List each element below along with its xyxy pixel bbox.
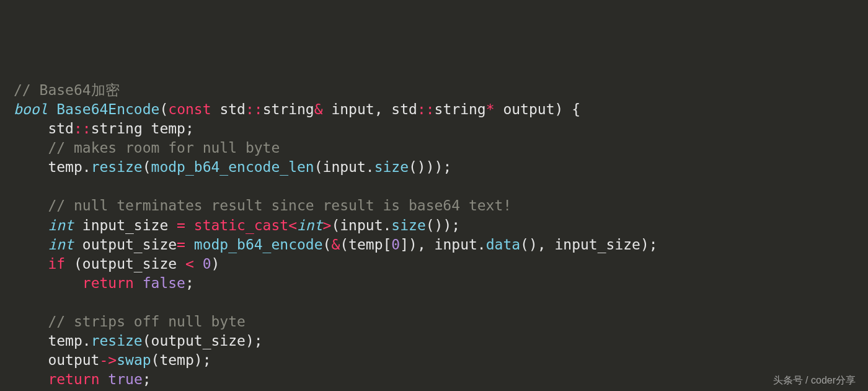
code-token-ident: std <box>14 120 74 137</box>
code-token-ident <box>14 236 48 253</box>
code-token-ident <box>48 101 56 117</box>
code-token-punct: (input. <box>314 159 374 175</box>
code-token-op: & <box>314 101 323 117</box>
code-token-func: resize <box>91 159 143 175</box>
code-token-punct: ) <box>211 256 220 272</box>
code-token-ident <box>14 217 48 233</box>
code-token-ident <box>185 217 194 233</box>
code-line: // Base64加密 <box>14 81 856 100</box>
code-token-ident: output_size <box>74 236 177 253</box>
code-token-op: < <box>288 217 297 233</box>
code-token-func: swap <box>117 352 151 368</box>
code-token-ident: (output_size <box>65 256 185 272</box>
code-line <box>14 293 856 312</box>
code-token-number: 0 <box>391 236 400 253</box>
code-token-op: :: <box>246 101 263 117</box>
code-token-func: size <box>374 159 409 175</box>
code-token-keyword: static_cast <box>194 217 288 233</box>
code-token-ident: string temp; <box>91 120 194 137</box>
code-token-op: > <box>323 217 332 233</box>
code-token-keyword: const <box>168 101 211 117</box>
code-token-ident: temp. <box>14 333 91 349</box>
code-token-punct: ( <box>323 236 332 253</box>
code-token-func: resize <box>91 333 143 349</box>
code-token-type: int <box>48 217 74 233</box>
code-token-comment: // null terminates result since result i… <box>48 197 512 213</box>
code-token-op: & <box>331 236 340 253</box>
code-token-number: 0 <box>203 256 211 272</box>
code-token-func: modp_b64_encode_len <box>151 159 314 175</box>
code-token-func: data <box>486 236 520 253</box>
code-token-keyword: return <box>48 371 99 387</box>
code-line: return true; <box>14 370 856 389</box>
code-token-op: * <box>486 101 495 117</box>
code-line: std::string temp; <box>14 119 856 138</box>
code-token-punct: ]), input. <box>400 236 485 253</box>
code-token-punct: (temp); <box>151 352 211 368</box>
code-token-ident <box>14 313 48 330</box>
code-token-op: -> <box>99 352 117 368</box>
code-token-ident: input_size <box>74 217 177 233</box>
code-token-func: Base64Encode <box>56 101 159 117</box>
code-token-ident <box>185 236 194 253</box>
code-token-const: true <box>108 371 142 387</box>
code-token-ident: string <box>435 101 486 117</box>
code-token-type: int <box>48 236 74 253</box>
code-token-ident: output <box>14 352 99 368</box>
code-line: temp.resize(output_size); <box>14 331 856 351</box>
code-token-ident: string <box>263 101 314 117</box>
code-token-ident <box>194 256 203 272</box>
code-token-op: = <box>177 236 185 253</box>
code-token-punct: ( <box>159 101 168 117</box>
code-token-ident: temp. <box>14 159 91 175</box>
code-line: return false; <box>14 274 856 293</box>
code-token-ident: output <box>495 101 555 117</box>
code-token-punct: ()); <box>426 217 460 233</box>
code-token-punct: ; <box>185 275 194 291</box>
code-token-punct: ( <box>143 159 151 175</box>
code-line: temp.resize(modp_b64_encode_len(input.si… <box>14 158 856 177</box>
code-token-ident: input, std <box>323 101 417 117</box>
code-line: int input_size = static_cast<int>(input.… <box>14 216 856 235</box>
code-line: if (output_size < 0) <box>14 254 856 274</box>
code-token-comment: // Base64加密 <box>14 82 120 98</box>
code-token-punct: (temp[ <box>340 236 391 253</box>
code-token-op: < <box>185 256 194 272</box>
code-token-keyword: return <box>82 275 134 291</box>
code-token-ident <box>99 371 108 387</box>
code-token-ident <box>14 371 48 387</box>
code-token-punct: ) { <box>555 101 581 117</box>
code-token-ident <box>134 275 143 291</box>
code-token-ident <box>14 275 82 291</box>
code-token-type: bool <box>14 101 48 117</box>
code-token-punct: (), input_size); <box>520 236 658 253</box>
code-token-ident <box>14 140 48 156</box>
code-token-keyword: if <box>48 256 65 272</box>
code-token-punct: ())); <box>409 159 451 175</box>
code-block: // Base64加密bool Base64Encode(const std::… <box>14 81 856 391</box>
code-line: // strips off null byte <box>14 312 856 331</box>
code-token-punct: ; <box>143 371 151 387</box>
code-token-punct: (input. <box>331 217 391 233</box>
watermark-text: 头条号 / coder分享 <box>773 374 856 387</box>
code-line: // null terminates result since result i… <box>14 196 856 215</box>
code-token-punct: (output_size); <box>143 333 263 349</box>
code-token-func: size <box>391 217 425 233</box>
code-token-const: false <box>143 275 185 291</box>
code-line <box>14 177 856 196</box>
code-token-ident: std <box>211 101 246 117</box>
code-token-ident <box>14 256 48 272</box>
code-token-func: modp_b64_encode <box>194 236 323 253</box>
code-token-op: = <box>177 217 185 233</box>
code-token-op: :: <box>74 120 91 137</box>
code-line: bool Base64Encode(const std::string& inp… <box>14 100 856 119</box>
code-line: int output_size= modp_b64_encode(&(temp[… <box>14 235 856 254</box>
code-token-comment: // makes room for null byte <box>48 140 280 156</box>
code-token-comment: // strips off null byte <box>48 313 246 330</box>
code-line: // makes room for null byte <box>14 138 856 158</box>
code-line: output->swap(temp); <box>14 351 856 370</box>
code-token-ident <box>14 197 48 213</box>
code-token-op: :: <box>417 101 435 117</box>
code-token-type: int <box>297 217 323 233</box>
